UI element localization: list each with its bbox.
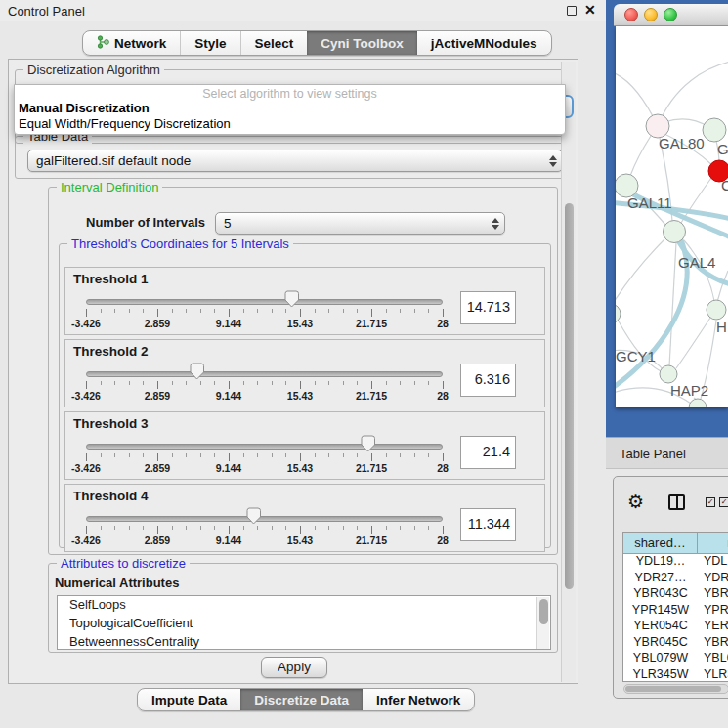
tab-infer-network-label: Infer Network — [376, 693, 460, 707]
panel-scrollbar[interactable] — [561, 62, 576, 682]
threshold-2-value[interactable]: 6.316 — [460, 364, 516, 397]
cell[interactable]: YER054C — [623, 619, 698, 635]
attributes-scrollbar[interactable] — [536, 597, 549, 650]
cell[interactable]: YBL0 — [698, 651, 728, 667]
cell[interactable]: YDL19… — [623, 554, 698, 571]
slider-track[interactable] — [86, 299, 443, 305]
slider-thumb[interactable] — [189, 363, 205, 380]
tick-label: -3.426 — [71, 390, 101, 402]
split-columns-icon[interactable] — [668, 494, 685, 510]
cell[interactable]: YDL1 — [698, 554, 728, 571]
threshold-1-slider[interactable]: -3.426 2.859 9.144 15.43 21.715 28 — [86, 293, 444, 328]
cell[interactable]: YER0 — [698, 619, 728, 635]
cell[interactable]: YDR2 — [698, 571, 728, 587]
network-view-window: GAL80 GA C GAL11 GAL4 GCY1 H HAP2 — [606, 0, 728, 437]
table-row[interactable]: YBL079WYBL0 — [623, 651, 728, 667]
node-table: shared… na YDL19…YDL1 YDR27…YDR2 YBR043C… — [622, 532, 728, 682]
table-horizontal-scrollbar-thumb[interactable] — [625, 686, 721, 692]
attributes-scrollbar-thumb[interactable] — [539, 599, 548, 624]
node-label: GA — [717, 141, 728, 157]
tab-infer-network[interactable]: Infer Network — [363, 689, 474, 710]
numerical-attributes-list[interactable]: SelfLoops TopologicalCoefficient Between… — [57, 595, 551, 650]
mac-close-button[interactable] — [624, 8, 638, 21]
float-window-icon[interactable] — [567, 6, 577, 16]
apply-button[interactable]: Apply — [261, 657, 327, 678]
cell[interactable]: YBL079W — [623, 651, 698, 667]
table-row[interactable]: YBR043CYBR0 — [623, 586, 728, 603]
node-gcy1[interactable] — [616, 304, 621, 323]
threshold-1-panel: Threshold 1 -3.426 2.859 9.144 15.43 21.… — [64, 267, 545, 335]
tick-label: 2.859 — [145, 318, 170, 329]
panel-scrollbar-thumb[interactable] — [565, 203, 574, 589]
option-manual-discretization[interactable]: Manual Discretization — [19, 101, 150, 115]
tab-impute-data[interactable]: Impute Data — [138, 689, 240, 710]
node-hap2[interactable] — [660, 365, 677, 383]
table-toolbar: ⚙ ✓ ✓ — [614, 477, 728, 530]
node-gal4[interactable] — [664, 221, 686, 243]
tab-style[interactable]: Style — [180, 31, 239, 55]
cell[interactable]: YBR0 — [698, 635, 728, 652]
threshold-3-value[interactable]: 21.4 — [460, 436, 516, 469]
option-equal-width-frequency[interactable]: Equal Width/Frequency Discretization — [19, 116, 231, 131]
list-item[interactable]: BetweennessCentrality — [58, 633, 550, 650]
cell[interactable]: YPR145W — [623, 603, 698, 620]
cell[interactable]: YBR043C — [623, 586, 698, 603]
numerical-attributes-label: Numerical Attributes — [55, 576, 179, 590]
threshold-4-slider[interactable]: -3.426 2.859 9.144 15.43 21.715 28 — [86, 510, 444, 545]
cell[interactable]: YBR0 — [698, 586, 728, 603]
slider-thumb[interactable] — [360, 435, 376, 452]
thresholds-group: Threshold's Coordinates for 5 Intervals … — [59, 243, 551, 548]
table-row[interactable]: YLR345WYLR3 — [623, 667, 728, 683]
node-h[interactable] — [707, 300, 726, 320]
node-label: GAL11 — [627, 194, 672, 211]
cell[interactable]: YDR27… — [623, 571, 698, 587]
number-of-intervals-select[interactable]: 5 — [215, 212, 505, 235]
discretization-algorithm-title: Discretization Algorithm — [23, 63, 164, 77]
tab-jactivemnodules[interactable]: jActiveMNodules — [417, 31, 551, 55]
network-canvas[interactable]: GAL80 GA C GAL11 GAL4 GCY1 H HAP2 — [616, 26, 728, 407]
cell[interactable]: YBR045C — [623, 635, 698, 652]
checkbox-icon[interactable]: ✓ — [706, 497, 715, 507]
cell[interactable]: YLR3 — [698, 667, 728, 683]
slider-track[interactable] — [86, 371, 443, 377]
threshold-4-value[interactable]: 11.344 — [460, 508, 516, 541]
table-row[interactable]: YBR045CYBR0 — [623, 635, 728, 652]
node-clipped-bottom[interactable] — [689, 399, 707, 407]
mac-zoom-button[interactable] — [664, 8, 677, 21]
tab-select[interactable]: Select — [240, 31, 308, 55]
mac-minimize-button[interactable] — [644, 8, 658, 21]
threshold-2-slider[interactable]: -3.426 2.859 9.144 15.43 21.715 28 — [86, 365, 444, 401]
cell[interactable]: YPR1 — [698, 603, 728, 620]
table-row[interactable]: YDL19…YDL1 — [623, 554, 728, 571]
tick-label: 28 — [437, 535, 449, 546]
node-label: GCY1 — [616, 348, 656, 364]
node-clipped-right-top[interactable] — [703, 118, 726, 142]
network-tree-icon — [97, 35, 109, 52]
close-icon[interactable]: ✕ — [584, 2, 598, 18]
threshold-3-slider[interactable]: -3.426 2.859 9.144 15.43 21.715 28 — [86, 438, 444, 473]
tick-label: 15.43 — [287, 390, 313, 402]
table-data-select[interactable]: galFiltered.sif default node — [27, 150, 563, 172]
table-row[interactable]: YDR27…YDR2 — [623, 571, 728, 587]
checkbox-icon[interactable]: ✓ — [719, 497, 728, 507]
column-header-shared-name[interactable]: shared… — [623, 533, 698, 553]
slider-track[interactable] — [86, 516, 443, 522]
threshold-1-value[interactable]: 14.713 — [460, 291, 516, 324]
slider-track[interactable] — [86, 444, 443, 450]
table-row[interactable]: YER054CYER0 — [623, 619, 728, 635]
tab-discretize-data-label: Discretize Data — [254, 693, 349, 707]
tab-network[interactable]: Network — [83, 31, 180, 55]
table-horizontal-scrollbar[interactable] — [623, 684, 728, 694]
slider-thumb[interactable] — [283, 290, 300, 308]
gear-icon[interactable]: ⚙ — [627, 491, 644, 513]
tab-discretize-data[interactable]: Discretize Data — [240, 689, 363, 710]
cell[interactable]: YLR345W — [623, 667, 698, 683]
table-row[interactable]: YPR145WYPR1 — [623, 603, 728, 620]
slider-major-ticks — [86, 453, 444, 461]
list-item[interactable]: SelfLoops — [58, 596, 550, 615]
slider-thumb[interactable] — [245, 507, 262, 525]
tab-cyni-toolbox[interactable]: Cyni Toolbox — [307, 31, 417, 55]
tick-label: 21.715 — [356, 535, 387, 546]
list-item[interactable]: TopologicalCoefficient — [58, 615, 550, 633]
column-header-name[interactable]: na — [698, 533, 728, 553]
